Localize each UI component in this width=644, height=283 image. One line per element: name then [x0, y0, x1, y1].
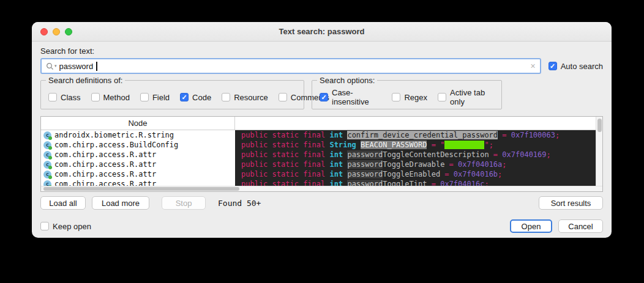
node-cell[interactable]: ccom.chirp.access.R.attr	[41, 160, 235, 169]
checkbox-active-tab-only[interactable]: Active tab only	[438, 88, 494, 106]
node-cell[interactable]: ccom.chirp.access.R.attr	[41, 179, 235, 186]
node-cell[interactable]: ccom.chirp.access.R.attr	[41, 169, 235, 179]
vertical-scrollbar-thumb[interactable]	[597, 119, 602, 132]
search-definitions-group: Search definitions of: ClassMethodField✓…	[40, 80, 304, 109]
checkbox-field[interactable]: Field	[140, 93, 170, 102]
results-body: candroidx.biometric.R.stringpublic stati…	[41, 130, 602, 186]
node-name: com.chirp.access.R.attr	[54, 170, 156, 178]
checkbox-box[interactable]	[279, 93, 287, 101]
table-row[interactable]: ccom.chirp.access.R.attrpublic static fi…	[41, 169, 602, 179]
checkbox-regex[interactable]: Regex	[392, 93, 427, 102]
node-name: com.chirp.access.R.attr	[54, 150, 156, 159]
keep-open-checkbox[interactable]: Keep open	[40, 222, 91, 231]
checkbox-box[interactable]: ✓	[320, 93, 328, 101]
keep-open-checkbox-box[interactable]	[40, 222, 49, 230]
code-token: ;	[484, 180, 489, 186]
code-preview-cell[interactable]: public static final int passwordToggleDr…	[235, 160, 602, 169]
results-header: Node	[41, 117, 602, 130]
checkbox-class[interactable]: Class	[48, 93, 81, 102]
search-input-value: password	[59, 62, 94, 71]
close-window-button[interactable]	[40, 28, 48, 35]
code-preview-cell[interactable]: public static final int passwordToggleTi…	[235, 179, 602, 186]
checkbox-box[interactable]	[392, 93, 400, 101]
node-column-header[interactable]: Node	[41, 117, 235, 130]
table-row[interactable]: ccom.chirp.access.R.attrpublic static fi…	[41, 179, 602, 186]
zoom-window-button[interactable]	[65, 28, 72, 35]
code-token: 0x7f040169	[502, 150, 546, 159]
checkbox-box[interactable]: ✓	[180, 93, 189, 101]
checkbox-method[interactable]: Method	[91, 93, 130, 102]
code-token: password	[347, 160, 383, 169]
code-token: int	[330, 180, 343, 186]
node-cell[interactable]: ccom.chirp.access.R.attr	[41, 150, 235, 160]
code-preview-cell[interactable]: public static final String BEACON_PASSWO…	[235, 140, 602, 150]
code-token: ToggleDrawable	[383, 160, 444, 169]
code-token: ;	[502, 160, 506, 169]
search-input[interactable]: ▾ password ×	[40, 58, 541, 74]
definitions-legend: Search definitions of:	[46, 76, 125, 85]
sort-results-button[interactable]: Sort results	[539, 196, 603, 210]
search-options-group: Search options: ✓Case-insensitiveRegexAc…	[312, 80, 502, 109]
code-token: ;	[555, 131, 560, 139]
code-token: public static final	[241, 141, 330, 149]
clear-search-icon[interactable]: ×	[530, 62, 535, 70]
results-table: Node candroidx.biometric.R.stringpublic …	[40, 116, 603, 192]
code-token: int	[330, 150, 343, 159]
code-token: int	[330, 131, 343, 139]
code-token: int	[330, 170, 343, 178]
checkbox-label: Active tab only	[450, 88, 494, 106]
code-token: =	[427, 180, 440, 186]
node-name: com.chirp.access.R.attr	[54, 160, 156, 169]
code-preview-cell[interactable]: public static final int confirm_device_c…	[235, 130, 602, 140]
checkbox-label: Regex	[404, 93, 427, 102]
checkbox-case-insensitive[interactable]: ✓Case-insensitive	[320, 88, 381, 106]
checkbox-box[interactable]	[438, 93, 446, 101]
code-token: ;	[547, 150, 551, 159]
code-preview-cell[interactable]: public static final int passwordToggleEn…	[235, 169, 602, 179]
auto-search-checkbox[interactable]: ✓ Auto search	[549, 62, 603, 71]
table-row[interactable]: ccom.chirp.access.R.attrpublic static fi…	[41, 160, 602, 169]
code-token: =	[444, 160, 458, 169]
table-row[interactable]: candroidx.biometric.R.stringpublic stati…	[41, 130, 602, 140]
open-button[interactable]: Open	[510, 219, 552, 233]
load-all-button[interactable]: Load all	[40, 196, 86, 210]
checkbox-box[interactable]	[91, 93, 100, 101]
checkbox-box[interactable]	[222, 93, 230, 101]
class-icon: c	[43, 171, 51, 178]
checkbox-label: Case-insensitive	[332, 88, 381, 106]
code-token: = "	[427, 141, 444, 149]
auto-search-checkbox-box[interactable]: ✓	[549, 62, 557, 70]
class-icon: c	[43, 131, 51, 139]
code-token: =	[440, 170, 454, 178]
horizontal-scrollbar-thumb[interactable]	[43, 187, 239, 191]
code-preview-cell[interactable]: public static final int passwordToggleCo…	[235, 150, 602, 160]
search-options-caret-icon[interactable]: ▾	[54, 64, 57, 68]
checkbox-label: Code	[192, 93, 211, 102]
horizontal-scrollbar[interactable]	[41, 186, 602, 191]
checkbox-resource[interactable]: Resource	[222, 93, 268, 102]
cancel-button[interactable]: Cancel	[558, 219, 603, 233]
auto-search-label: Auto search	[561, 62, 603, 71]
code-token: public static final	[241, 131, 330, 139]
node-cell[interactable]: candroidx.biometric.R.string	[41, 130, 235, 140]
minimize-window-button[interactable]	[53, 28, 60, 35]
node-name: androidx.biometric.R.string	[54, 131, 174, 139]
code-token: password	[347, 150, 383, 159]
class-icon: c	[43, 151, 51, 159]
options-legend: Search options:	[317, 76, 377, 85]
node-cell[interactable]: ccom.chirp.access.BuildConfig	[41, 140, 235, 150]
checkbox-label: Class	[61, 93, 81, 102]
checkbox-code[interactable]: ✓Code	[180, 93, 211, 102]
checkbox-box[interactable]	[140, 93, 149, 101]
table-row[interactable]: ccom.chirp.access.R.attrpublic static fi…	[41, 150, 602, 160]
titlebar: Text search: password	[32, 22, 612, 42]
checkbox-label: Method	[103, 93, 130, 102]
class-icon-dot	[48, 166, 52, 169]
checkbox-box[interactable]	[48, 93, 57, 101]
search-icon[interactable]: ▾	[46, 62, 57, 70]
code-token: password	[347, 180, 383, 186]
load-more-button[interactable]: Load more	[92, 196, 149, 210]
stop-button[interactable]: Stop	[162, 196, 206, 210]
table-row[interactable]: ccom.chirp.access.BuildConfigpublic stat…	[41, 140, 602, 150]
vertical-scrollbar[interactable]	[596, 117, 602, 186]
